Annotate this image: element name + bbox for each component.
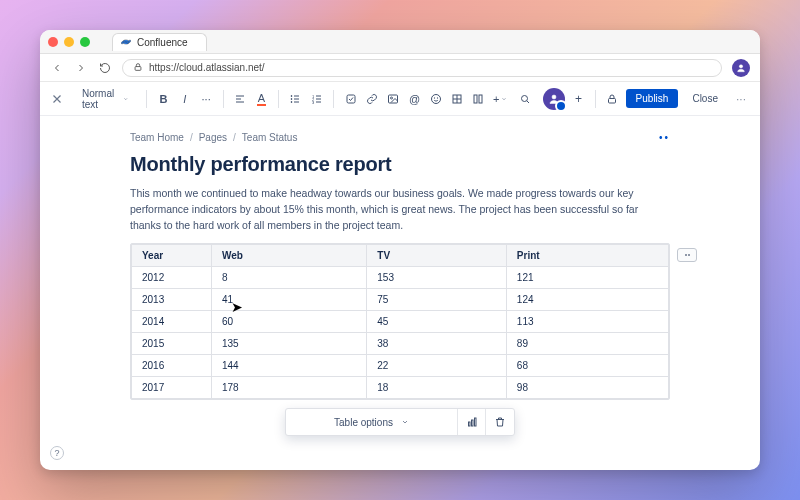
page-paragraph[interactable]: This month we continued to make headway … [130, 186, 670, 233]
svg-rect-32 [468, 422, 470, 426]
lock-icon [133, 62, 143, 74]
table-cell[interactable]: 135 [212, 333, 367, 355]
svg-rect-34 [474, 418, 476, 426]
table-cell[interactable]: 60 [212, 311, 367, 333]
delete-table-button[interactable] [486, 409, 514, 435]
svg-point-30 [552, 95, 556, 99]
breadcrumb-item[interactable]: Team Status [242, 132, 298, 143]
browser-tab[interactable]: Confluence [112, 33, 207, 51]
svg-line-29 [526, 100, 528, 102]
chart-button[interactable] [458, 409, 486, 435]
window-close-icon[interactable] [48, 37, 58, 47]
table-cell[interactable]: 98 [506, 377, 668, 399]
url-field[interactable]: https://cloud.atlassian.net/ [122, 59, 722, 77]
svg-point-21 [434, 97, 435, 98]
table-options-dropdown[interactable]: Table options [286, 409, 458, 435]
table-cell[interactable]: 2013 [132, 289, 212, 311]
svg-rect-26 [474, 95, 477, 103]
table-row[interactable]: 20128153121 [132, 267, 669, 289]
table-row[interactable]: 20171781898 [132, 377, 669, 399]
table-row[interactable]: 20151353889 [132, 333, 669, 355]
table-button[interactable] [450, 89, 463, 109]
table-cell[interactable]: 68 [506, 355, 668, 377]
svg-point-1 [739, 64, 742, 67]
data-table[interactable]: Year Web TV Print 2012815312120134175124… [130, 243, 670, 400]
current-user-avatar[interactable] [543, 88, 565, 110]
more-actions-button[interactable]: ··· [732, 92, 750, 106]
page-more-icon[interactable]: •• [659, 132, 670, 143]
svg-rect-17 [347, 95, 355, 103]
table-cell[interactable]: 113 [506, 311, 668, 333]
browser-address-bar: https://cloud.atlassian.net/ [40, 54, 760, 82]
table-cell[interactable]: 41 [212, 289, 367, 311]
table-cell[interactable]: 178 [212, 377, 367, 399]
breadcrumb-item[interactable]: Team Home [130, 132, 184, 143]
link-button[interactable] [365, 89, 378, 109]
forward-button[interactable] [74, 61, 88, 75]
table-cell[interactable]: 144 [212, 355, 367, 377]
emoji-button[interactable] [429, 89, 442, 109]
svg-point-9 [291, 101, 292, 102]
table-cell[interactable]: 45 [367, 311, 507, 333]
table-header[interactable]: Print [506, 245, 668, 267]
table-cell[interactable]: 2015 [132, 333, 212, 355]
table-cell[interactable]: 2014 [132, 311, 212, 333]
table-cell[interactable]: 8 [212, 267, 367, 289]
table-header[interactable]: Year [132, 245, 212, 267]
table-cell[interactable]: 22 [367, 355, 507, 377]
chevron-down-icon [123, 95, 128, 103]
reload-button[interactable] [98, 61, 112, 75]
editor-canvas[interactable]: Team Home / Pages / Team Status •• Month… [40, 116, 760, 470]
table-cell[interactable]: 153 [367, 267, 507, 289]
mention-button[interactable]: @ [408, 89, 421, 109]
table-cell[interactable]: 75 [367, 289, 507, 311]
table-header[interactable]: TV [367, 245, 507, 267]
table-row[interactable]: 20161442268 [132, 355, 669, 377]
browser-profile-avatar[interactable] [732, 59, 750, 77]
table-floating-toolbar: Table options [285, 408, 515, 436]
invite-button[interactable]: + [573, 93, 585, 105]
svg-point-20 [431, 94, 440, 103]
numbered-list-button[interactable]: 123 [310, 89, 323, 109]
insert-menu-button[interactable]: + [493, 89, 506, 109]
find-button[interactable] [515, 89, 535, 109]
table-row[interactable]: 20134175124 [132, 289, 669, 311]
table-cell[interactable]: 2017 [132, 377, 212, 399]
table-cell[interactable]: 89 [506, 333, 668, 355]
table-cell[interactable]: 121 [506, 267, 668, 289]
table-cell[interactable]: 124 [506, 289, 668, 311]
image-button[interactable] [387, 89, 400, 109]
more-formatting-button[interactable]: ··· [200, 89, 213, 109]
table-drag-handle[interactable] [677, 248, 697, 262]
publish-button[interactable]: Publish [626, 89, 679, 108]
table-cell[interactable]: 2016 [132, 355, 212, 377]
action-item-button[interactable] [344, 89, 357, 109]
align-dropdown[interactable] [233, 89, 246, 109]
table-header[interactable]: Web [212, 245, 367, 267]
confluence-logo-icon [121, 37, 131, 47]
editor-toolbar: Normal text B I ··· A 123 @ [40, 82, 760, 116]
back-button[interactable] [50, 61, 64, 75]
window-maximize-icon[interactable] [80, 37, 90, 47]
table-row[interactable]: 20146045113 [132, 311, 669, 333]
url-text: https://cloud.atlassian.net/ [149, 62, 265, 73]
table-cell[interactable]: 2012 [132, 267, 212, 289]
table-cell[interactable]: 38 [367, 333, 507, 355]
layouts-button[interactable] [472, 89, 485, 109]
bulleted-list-button[interactable] [289, 89, 302, 109]
italic-button[interactable]: I [178, 89, 191, 109]
breadcrumb-item[interactable]: Pages [199, 132, 227, 143]
restrictions-lock-icon[interactable] [606, 93, 618, 105]
text-color-button[interactable]: A [255, 89, 268, 109]
window-minimize-icon[interactable] [64, 37, 74, 47]
close-editor-button[interactable]: Close [686, 89, 724, 108]
svg-rect-31 [608, 98, 615, 103]
page-title[interactable]: Monthly performance report [130, 153, 670, 176]
svg-point-5 [291, 95, 292, 96]
table-cell[interactable]: 18 [367, 377, 507, 399]
svg-rect-0 [135, 66, 141, 70]
text-style-dropdown[interactable]: Normal text [72, 85, 136, 113]
window-titlebar: Confluence [40, 30, 760, 54]
help-button[interactable]: ? [50, 446, 64, 460]
bold-button[interactable]: B [157, 89, 170, 109]
